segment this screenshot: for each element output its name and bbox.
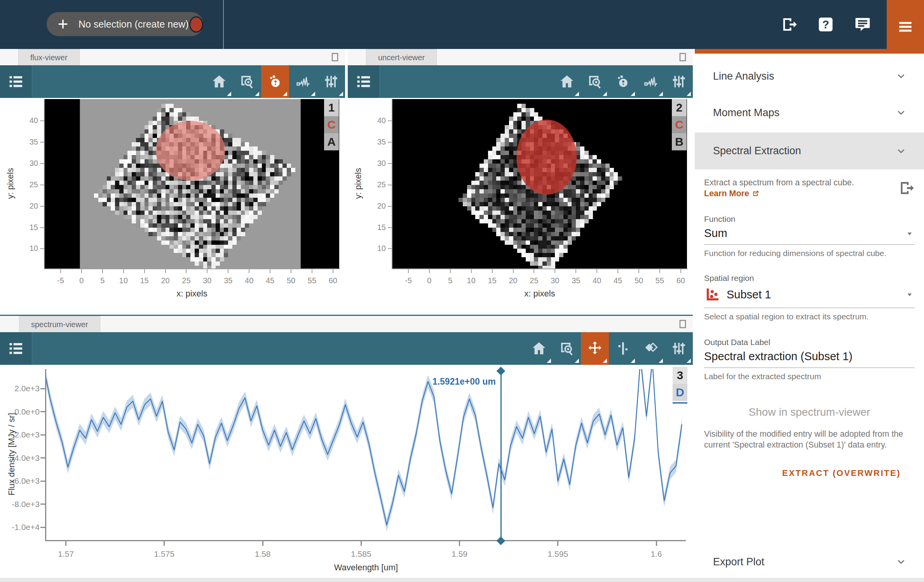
axis-label: x: pixels: [516, 289, 563, 299]
slice-indicator[interactable]: [500, 371, 502, 541]
profile-icon: [295, 73, 311, 90]
learn-more-link[interactable]: Learn More: [704, 188, 760, 199]
topbar-divider: [223, 0, 224, 49]
axis-part: [388, 206, 392, 207]
uncert-image-canvas[interactable]: [392, 99, 687, 268]
axis-part: [102, 269, 103, 273]
layer-visibility-tool-button[interactable]: [637, 332, 665, 365]
axis-part: [40, 120, 44, 121]
tick-label: 35: [16, 138, 38, 146]
viewer-data-menu-button[interactable]: [0, 332, 32, 365]
slice-select-tool-button[interactable]: [609, 332, 637, 365]
spectrum-canvas[interactable]: [46, 369, 686, 540]
axis-part: [680, 269, 681, 273]
spatial-region-hint: Select a spatial region to extract its s…: [704, 312, 915, 321]
tab-flux-viewer[interactable]: flux-viewer: [18, 49, 80, 66]
axis-part: y: pixels: [353, 162, 363, 205]
plus-icon: [57, 18, 69, 30]
axis-part: [262, 541, 263, 546]
tick-label: 25: [522, 276, 546, 285]
bottom-scrollbar-strip[interactable]: [0, 578, 924, 582]
plot-options-tool-button[interactable]: [665, 332, 693, 365]
maximize-viewer-icon[interactable]: [677, 319, 688, 329]
function-select[interactable]: Sum: [704, 227, 915, 245]
maximize-viewer-icon[interactable]: [677, 52, 688, 63]
tab-spectrum-viewer[interactable]: spectrum-viewer: [19, 316, 100, 333]
axis-part: [144, 269, 145, 273]
tray-accent-bar: [695, 49, 924, 54]
section-label: Export Plot: [713, 556, 764, 568]
axis-part: [40, 227, 44, 228]
pan-icon: [587, 340, 603, 357]
spectrum-viewer-plot: 1.571.5751.581.5851.591.5951.62.0e+30.0e…: [0, 365, 693, 578]
axis-part: [40, 248, 44, 249]
extract-overwrite-button[interactable]: EXTRACT (OVERWRITE): [704, 468, 915, 478]
show-in-viewer-toggle[interactable]: Show in spectrum-viewer: [704, 406, 915, 418]
popout-icon: [898, 179, 915, 197]
flux-viewer-toolbar: [0, 65, 345, 98]
hamburger-menu-icon: [897, 18, 914, 35]
feedback-button[interactable]: [854, 16, 872, 33]
axis-part: [40, 504, 45, 505]
tab-uncert-viewer[interactable]: uncert-viewer: [366, 49, 437, 66]
home-icon: [211, 73, 227, 90]
box-zoom-tool-button[interactable]: [553, 332, 581, 365]
tick-label: 20: [502, 276, 525, 285]
help-button[interactable]: ?: [817, 16, 835, 33]
tick-label: 55: [648, 276, 671, 285]
section-moment-maps[interactable]: Moment Maps: [695, 99, 924, 127]
axis-part: [388, 248, 392, 249]
flux-image-canvas[interactable]: [45, 99, 339, 268]
section-line-analysis[interactable]: Line Analysis: [695, 62, 924, 90]
axis-part: [270, 269, 270, 273]
spatial-region-select[interactable]: Subset 1: [704, 286, 915, 308]
tick-label: 40: [585, 276, 608, 285]
axis-part: [45, 369, 46, 541]
plot-options-tool-button[interactable]: [665, 65, 693, 98]
uncert-viewer-tabstrip: uncert-viewer: [348, 49, 693, 66]
layer-badge: C: [672, 116, 687, 133]
help-icon: ?: [817, 16, 835, 33]
chevron-down-icon: [895, 70, 907, 82]
box-zoom-tool-button[interactable]: [581, 65, 609, 98]
tick-label: 25: [174, 276, 198, 285]
plugin-tray-toggle-button[interactable]: [887, 0, 924, 54]
pan-zoom-tool-button[interactable]: [581, 332, 609, 365]
pixel-spectrum-tool-button[interactable]: [289, 65, 317, 98]
visibility-note: Visibility of the modified entry will be…: [704, 429, 915, 450]
section-export-plot[interactable]: Export Plot: [695, 548, 924, 576]
tick-label: 1.58: [245, 549, 280, 559]
axis-part: [659, 269, 660, 273]
layer-badge: 1: [324, 99, 339, 116]
sliders-icon: [671, 340, 687, 357]
export-icon: [780, 16, 798, 33]
axis-part: [40, 457, 45, 458]
plugin-popout-button[interactable]: [898, 179, 915, 197]
output-data-label-input[interactable]: Spectral extraction (Subset 1): [704, 350, 915, 368]
home-tool-button[interactable]: [553, 65, 581, 98]
maximize-viewer-icon[interactable]: [330, 52, 340, 63]
svg-text:?: ?: [822, 18, 829, 31]
pixel-spectrum-tool-button[interactable]: [637, 65, 665, 98]
feedback-icon: [854, 16, 872, 33]
slice-wavelength-label: 1.5921e+00 um: [380, 376, 496, 387]
axis-part: [40, 206, 44, 207]
home-tool-button[interactable]: [525, 332, 553, 365]
layer-badge: B: [672, 133, 687, 150]
plot-options-tool-button[interactable]: [317, 65, 345, 98]
viewer-data-menu-button[interactable]: [0, 65, 32, 98]
dropdown-caret-icon: [905, 228, 915, 239]
box-zoom-tool-button[interactable]: [233, 65, 261, 98]
axis-part: [492, 269, 493, 273]
list-icon: [7, 73, 24, 90]
status-dot: [189, 16, 203, 33]
subset-circle-tool-button[interactable]: [609, 65, 637, 98]
subset-circle-tool-button[interactable]: [261, 65, 289, 98]
flux-viewer-tabstrip: flux-viewer: [0, 49, 345, 66]
subset-selector-button[interactable]: No selection (create new): [47, 12, 203, 36]
export-button[interactable]: [780, 16, 798, 33]
home-tool-button[interactable]: [205, 65, 233, 98]
layer-color-underline: [673, 402, 687, 404]
viewer-data-menu-button[interactable]: [348, 65, 380, 98]
section-spectral-extraction[interactable]: Spectral Extraction: [695, 132, 924, 169]
